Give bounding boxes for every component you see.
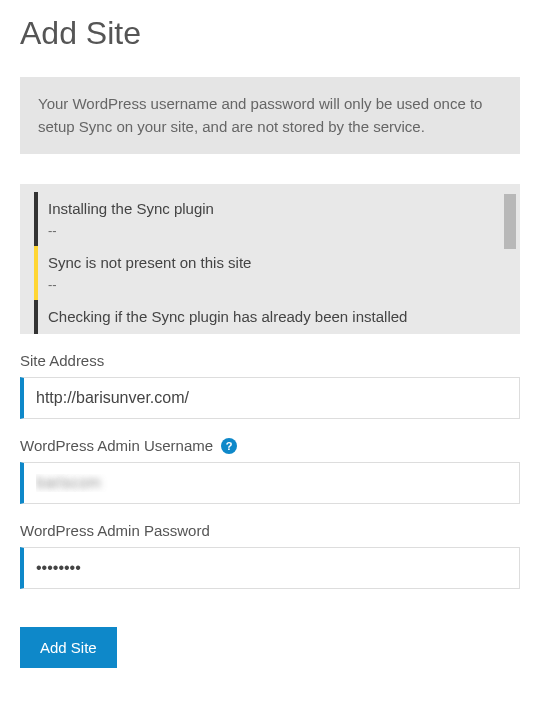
page-title: Add Site bbox=[20, 15, 520, 52]
site-address-group: Site Address bbox=[20, 352, 520, 419]
info-notice: Your WordPress username and password wil… bbox=[20, 77, 520, 154]
log-entry-text: Installing the Sync plugin bbox=[48, 200, 214, 217]
site-address-input[interactable] bbox=[20, 377, 520, 419]
help-icon[interactable]: ? bbox=[221, 438, 237, 454]
log-separator: -- bbox=[48, 277, 57, 292]
log-entry: Checking if the Sync plugin has already … bbox=[34, 300, 506, 334]
admin-username-label: WordPress Admin Username bbox=[20, 437, 213, 454]
log-entry: Sync is not present on this site -- bbox=[34, 246, 506, 300]
admin-username-input[interactable] bbox=[20, 462, 520, 504]
log-separator: -- bbox=[48, 331, 57, 334]
admin-username-group: WordPress Admin Username ? bbox=[20, 437, 520, 504]
admin-password-label: WordPress Admin Password bbox=[20, 522, 520, 539]
log-separator: -- bbox=[48, 223, 57, 238]
admin-password-group: WordPress Admin Password bbox=[20, 522, 520, 589]
install-log[interactable]: Installing the Sync plugin -- Sync is no… bbox=[20, 184, 520, 334]
log-entry: Installing the Sync plugin -- bbox=[34, 192, 506, 246]
admin-password-input[interactable] bbox=[20, 547, 520, 589]
site-address-label: Site Address bbox=[20, 352, 520, 369]
scrollbar-thumb[interactable] bbox=[504, 194, 516, 249]
add-site-button[interactable]: Add Site bbox=[20, 627, 117, 668]
log-entry-text: Checking if the Sync plugin has already … bbox=[48, 308, 407, 325]
log-entry-text: Sync is not present on this site bbox=[48, 254, 251, 271]
